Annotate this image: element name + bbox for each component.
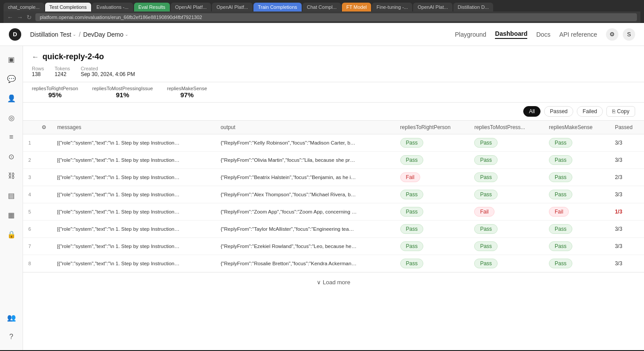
table-row[interactable]: 4 [{"role":"system","text":"\n 1. Step b…	[23, 186, 644, 203]
stat-right-person-value: 95%	[48, 91, 61, 99]
nav-dashboard[interactable]: Dashboard	[495, 30, 527, 39]
url-input[interactable]: platform.openai.com/evaluations/erun_66f…	[35, 13, 637, 21]
nav-playground[interactable]: Playground	[455, 31, 487, 38]
table-row[interactable]: 8 [{"role":"system","text":"\n 1. Step b…	[23, 255, 644, 272]
top-nav-right: Playground Dashboard Docs API reference …	[455, 28, 635, 41]
tab-test-completions[interactable]: Test Completions	[45, 3, 91, 11]
tab-openai-3[interactable]: OpenAI Plat...	[413, 3, 452, 11]
tab-evaluations[interactable]: Evaluations -...	[92, 3, 133, 11]
filter-all-btn[interactable]: All	[523, 106, 540, 117]
row-messages-cell[interactable]: [{"role":"system","text":"\n 1. Step by …	[52, 203, 215, 221]
row-num-cell: 8	[23, 255, 36, 272]
tab-train-completions[interactable]: Train Completions	[253, 3, 302, 11]
row-messages-cell[interactable]: [{"role":"system","text":"\n 1. Step by …	[52, 152, 215, 169]
sidebar-team-btn[interactable]: 👥	[4, 309, 19, 325]
row-passed-cell: 3/3	[610, 255, 644, 272]
tab-fine-tuning[interactable]: Fine-tuning -...	[372, 3, 412, 11]
app-container: D Distillation Test ⌄ / DevDay Demo ⌄ Pl…	[0, 23, 644, 350]
col-header-messages: messages	[52, 121, 215, 134]
table-row[interactable]: 1 [{"role":"system","text":"\n 1. Step b…	[23, 134, 644, 152]
user-avatar-btn[interactable]: S	[623, 28, 635, 41]
row-messages-cell[interactable]: [{"role":"system","text":"\n 1. Step by …	[52, 238, 215, 255]
sidebar-toggle-btn[interactable]: ▣	[4, 51, 19, 67]
copy-btn[interactable]: ⎘ Copy	[606, 106, 635, 117]
row-output-cell[interactable]: {"ReplyFrom":"Olivia Martin","focus":"Li…	[215, 152, 395, 169]
sidebar-chat-btn[interactable]: 💬	[4, 71, 19, 87]
tab-openai-1[interactable]: OpenAI Platf...	[171, 3, 211, 11]
stat-makes-sense: repliesMakeSense 97%	[167, 86, 207, 99]
row-most-pressing-cell: Pass	[469, 238, 544, 255]
tab-openai-2[interactable]: OpenAI Platf...	[212, 3, 253, 11]
sidebar-database-btn[interactable]: ▤	[4, 187, 19, 203]
refresh-btn[interactable]: ↻	[27, 14, 32, 21]
row-messages-cell[interactable]: [{"role":"system","text":"\n 1. Step by …	[52, 169, 215, 186]
row-makes-sense-cell: Pass	[544, 152, 610, 169]
tab-ft-model[interactable]: FT Model	[342, 3, 371, 11]
sidebar-history-btn[interactable]: ◎	[4, 110, 19, 126]
row-messages-cell[interactable]: [{"role":"system","text":"\n 1. Step by …	[52, 134, 215, 152]
row-messages-cell[interactable]: [{"role":"system","text":"\n 1. Step by …	[52, 186, 215, 203]
table-container[interactable]: ⚙ messages output repliesToRightPerson r…	[23, 121, 644, 350]
rows-value: 138	[32, 71, 44, 77]
sidebar-lock-btn[interactable]: 🔒	[4, 226, 19, 242]
tab-chat-complete[interactable]: chat_comple...	[4, 3, 44, 11]
badge-pass: Pass	[400, 155, 424, 165]
row-right-person-cell: Pass	[395, 186, 469, 203]
breadcrumb-label-1: Distillation Test	[30, 31, 71, 38]
row-output-cell[interactable]: {"ReplyFrom":"Kelly Robinson","focus":"M…	[215, 134, 395, 152]
sidebar-circle-btn[interactable]: ⊙	[4, 149, 19, 164]
browser-tabs: chat_comple... Test Completions Evaluati…	[4, 3, 640, 11]
table-row[interactable]: 6 [{"role":"system","text":"\n 1. Step b…	[23, 221, 644, 238]
row-output-cell[interactable]: {"ReplyFrom":"Beatrix Halstein","focus":…	[215, 169, 395, 186]
table-row[interactable]: 2 [{"role":"system","text":"\n 1. Step b…	[23, 152, 644, 169]
badge-pass: Pass	[474, 138, 498, 148]
row-output-cell[interactable]: {"ReplyFrom":"Alex Thompson","focus":"Mi…	[215, 186, 395, 203]
row-messages-cell[interactable]: [{"role":"system","text":"\n 1. Step by …	[52, 221, 215, 238]
badge-pass: Pass	[474, 241, 498, 251]
nav-docs[interactable]: Docs	[536, 31, 550, 38]
stat-most-pressing-label: repliesToMostPressingIssue	[92, 86, 153, 91]
filter-failed-btn[interactable]: Failed	[577, 106, 603, 117]
row-makes-sense-cell: Pass	[544, 238, 610, 255]
back-browser-btn[interactable]: ←	[7, 14, 13, 21]
badge-pass: Pass	[400, 190, 424, 199]
row-output-cell[interactable]: {"ReplyFrom":"Taylor McAllister","focus"…	[215, 221, 395, 238]
table-row[interactable]: 7 [{"role":"system","text":"\n 1. Step b…	[23, 238, 644, 255]
tab-distillation[interactable]: Distillation D...	[453, 3, 493, 11]
badge-pass: Pass	[549, 172, 572, 182]
badge-pass: Pass	[474, 155, 498, 165]
sidebar-chart-btn[interactable]: ▦	[4, 207, 19, 223]
tab-chat-compl[interactable]: Chat Compl...	[303, 3, 341, 11]
badge-pass: Pass	[549, 155, 572, 165]
sidebar-help-btn[interactable]: ?	[4, 329, 19, 345]
back-btn[interactable]: ←	[32, 53, 39, 61]
forward-browser-btn[interactable]: →	[17, 14, 23, 21]
stat-makes-sense-label: repliesMakeSense	[167, 86, 207, 91]
nav-api-reference[interactable]: API reference	[559, 31, 597, 38]
load-more-btn[interactable]: ∨ Load more	[23, 272, 644, 292]
filter-passed-btn[interactable]: Passed	[544, 106, 573, 117]
row-settings-cell	[36, 238, 52, 255]
row-output-cell[interactable]: {"ReplyFrom":"Rosalie Bretton","focus":"…	[215, 255, 395, 272]
meta-rows: Rows 138	[32, 66, 44, 77]
table-row[interactable]: 5 [{"role":"system","text":"\n 1. Step b…	[23, 203, 644, 221]
sidebar-network-btn[interactable]: ⛓	[4, 168, 19, 184]
row-output-cell[interactable]: {"ReplyFrom":"Zoom App","focus":"Zoom Ap…	[215, 203, 395, 221]
top-nav: D Distillation Test ⌄ / DevDay Demo ⌄ Pl…	[0, 23, 644, 46]
table-header-row: ⚙ messages output repliesToRightPerson r…	[23, 121, 644, 134]
badge-pass: Pass	[474, 172, 498, 182]
content-area: ← quick-reply-2-4o Rows 138 Tokens 1242 …	[23, 46, 644, 350]
settings-icon-btn[interactable]: ⚙	[606, 28, 618, 41]
breadcrumb-item-1[interactable]: Distillation Test ⌄	[30, 31, 76, 38]
tab-eval-results[interactable]: Eval Results	[134, 3, 170, 11]
sidebar-user-btn[interactable]: 👤	[4, 90, 19, 106]
badge-pass: Pass	[400, 259, 424, 268]
row-most-pressing-cell: Pass	[469, 221, 544, 238]
row-right-person-cell: Fail	[395, 169, 469, 186]
row-makes-sense-cell: Pass	[544, 255, 610, 272]
table-row[interactable]: 3 [{"role":"system","text":"\n 1. Step b…	[23, 169, 644, 186]
breadcrumb-item-2[interactable]: DevDay Demo ⌄	[83, 31, 128, 38]
row-output-cell[interactable]: {"ReplyFrom":"Ezekiel Rowland","focus":"…	[215, 238, 395, 255]
sidebar-list-btn[interactable]: ≡	[4, 129, 19, 145]
row-messages-cell[interactable]: [{"role":"system","text":"\n 1. Step by …	[52, 255, 215, 272]
